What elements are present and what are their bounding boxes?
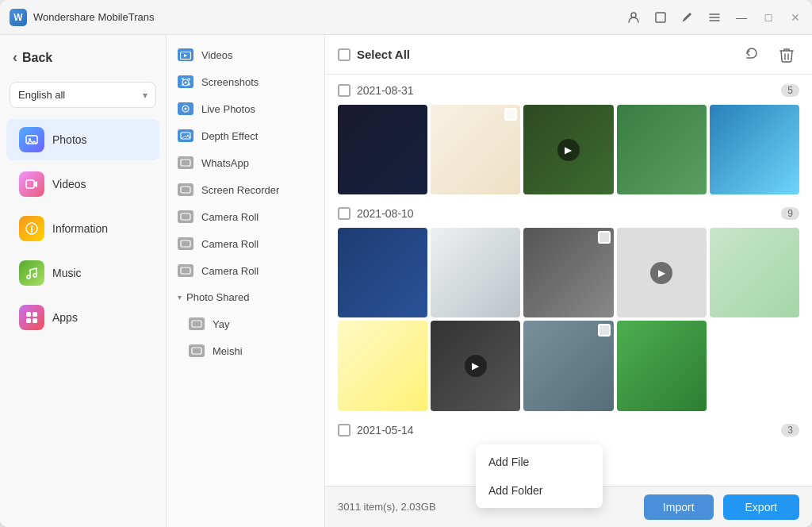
panel-item-videos[interactable]: Videos xyxy=(167,41,324,68)
photo-item[interactable] xyxy=(338,105,427,194)
panel-item-camera-roll-1[interactable]: Camera Roll xyxy=(167,203,324,230)
svg-rect-9 xyxy=(33,312,37,317)
top-toolbar: Select All xyxy=(325,35,812,75)
back-button[interactable]: ‹ Back xyxy=(0,43,166,72)
photo-select-checkbox[interactable] xyxy=(598,324,611,337)
videos-folder-icon xyxy=(178,48,193,61)
panel-item-camera-roll-2[interactable]: Camera Roll xyxy=(167,230,324,257)
undo-button[interactable] xyxy=(739,42,764,67)
camera-roll-2-icon xyxy=(178,237,193,250)
photo-shared-arrow-icon: ▾ xyxy=(178,293,182,302)
depth-effect-label: Depth Effect xyxy=(201,130,258,142)
photo-item[interactable] xyxy=(338,228,427,317)
screen-recorder-icon xyxy=(178,183,193,196)
close-button[interactable]: ✕ xyxy=(788,10,802,25)
panel-item-screenshots[interactable]: Screenshots xyxy=(167,68,324,95)
delete-button[interactable] xyxy=(774,42,799,67)
camera-roll-2-label: Camera Roll xyxy=(201,238,259,250)
information-icon xyxy=(19,216,44,241)
photo-placeholder xyxy=(338,105,427,194)
svg-rect-10 xyxy=(26,318,31,323)
panel-item-screen-recorder[interactable]: Screen Recorder xyxy=(167,176,324,203)
maximize-button[interactable]: □ xyxy=(761,10,776,25)
middle-panel: Videos Screenshots Live Photos Depth Eff… xyxy=(167,35,325,527)
videos-icon xyxy=(19,171,44,197)
sidebar-item-photos[interactable]: Photos xyxy=(6,119,159,160)
add-file-option[interactable]: Add File xyxy=(476,448,603,476)
meishi-icon xyxy=(189,344,205,357)
svg-point-3 xyxy=(29,138,31,140)
panel-item-live-photos[interactable]: Live Photos xyxy=(167,95,324,122)
photo-item[interactable]: ▶ xyxy=(523,105,613,194)
sidebar-item-information[interactable]: Information xyxy=(6,208,159,249)
apps-icon xyxy=(19,305,44,330)
apps-label: Apps xyxy=(52,311,78,324)
date-checkbox-1[interactable] xyxy=(338,84,350,97)
photo-item[interactable] xyxy=(523,228,613,317)
svg-rect-18 xyxy=(181,160,190,166)
svg-point-0 xyxy=(631,13,636,17)
depth-effect-icon xyxy=(178,129,193,142)
add-dropdown-menu: Add File Add Folder xyxy=(476,444,603,508)
whatsapp-icon xyxy=(178,156,193,169)
photo-grid-2b: ▶ xyxy=(338,321,799,410)
svg-point-16 xyxy=(185,108,187,110)
photo-item[interactable] xyxy=(431,105,520,194)
svg-point-6 xyxy=(27,275,30,279)
svg-rect-21 xyxy=(181,240,190,247)
photo-area: 2021-08-31 5 ▶ xyxy=(325,75,812,486)
date-count-2: 9 xyxy=(781,207,799,220)
panel-item-whatsapp[interactable]: WhatsApp xyxy=(167,149,324,176)
app-icon: W xyxy=(10,9,27,26)
date-checkbox-3[interactable] xyxy=(338,424,350,437)
photos-label: Photos xyxy=(52,133,87,146)
window-icon[interactable] xyxy=(653,10,668,25)
sidebar-item-apps[interactable]: Apps xyxy=(6,297,159,338)
export-button[interactable]: Export xyxy=(723,494,799,520)
play-icon: ▶ xyxy=(557,139,580,161)
photo-item[interactable] xyxy=(710,105,799,194)
device-selector-text: English all xyxy=(18,89,65,101)
photo-select-checkbox[interactable] xyxy=(598,231,611,244)
photo-shared-header[interactable]: ▾ Photo Shared xyxy=(167,284,324,310)
device-selector[interactable]: English all ▾ xyxy=(10,82,156,108)
photo-item[interactable] xyxy=(617,321,707,410)
svg-point-14 xyxy=(185,82,187,84)
date-header-3: 2021-05-14 3 xyxy=(338,424,799,437)
select-all-checkbox[interactable] xyxy=(338,48,350,61)
photo-item[interactable] xyxy=(523,321,613,410)
date-header-1: 2021-08-31 5 xyxy=(338,84,799,97)
photo-item[interactable]: ▶ xyxy=(431,321,520,410)
add-folder-option[interactable]: Add Folder xyxy=(476,476,603,505)
app-title: Wondershare MobileTrans xyxy=(33,11,626,23)
photo-item[interactable] xyxy=(431,228,520,317)
photo-grid-1: ▶ xyxy=(338,105,799,194)
panel-item-meishi[interactable]: Meishi xyxy=(167,337,324,364)
information-label: Information xyxy=(52,222,108,235)
profile-icon[interactable] xyxy=(626,10,641,25)
photo-grid-2a: ▶ xyxy=(338,228,799,317)
sidebar-item-music[interactable]: Music xyxy=(6,252,159,294)
screenshots-label: Screenshots xyxy=(201,76,259,88)
photo-item[interactable] xyxy=(710,228,799,317)
sidebar-item-videos[interactable]: Videos xyxy=(6,163,159,205)
menu-icon[interactable] xyxy=(707,10,722,25)
date-count-1: 5 xyxy=(781,84,799,97)
date-label-3: 2021-05-14 xyxy=(357,424,775,437)
edit-icon[interactable] xyxy=(680,10,695,25)
svg-rect-22 xyxy=(181,267,190,274)
panel-item-camera-roll-3[interactable]: Camera Roll xyxy=(167,257,324,284)
photo-item[interactable] xyxy=(338,321,427,410)
svg-rect-24 xyxy=(192,348,201,354)
minimize-button[interactable]: — xyxy=(734,10,749,25)
panel-item-yay[interactable]: Yay xyxy=(167,310,324,337)
panel-item-depth-effect[interactable]: Depth Effect xyxy=(167,122,324,149)
photo-item[interactable] xyxy=(617,105,707,194)
import-button[interactable]: Import xyxy=(644,494,714,520)
photo-select-checkbox[interactable] xyxy=(504,108,517,121)
photo-item[interactable]: ▶ xyxy=(617,228,707,317)
camera-roll-1-icon xyxy=(178,210,193,223)
date-checkbox-2[interactable] xyxy=(338,207,350,220)
back-arrow-icon: ‹ xyxy=(13,49,17,66)
play-icon: ▶ xyxy=(465,355,487,377)
